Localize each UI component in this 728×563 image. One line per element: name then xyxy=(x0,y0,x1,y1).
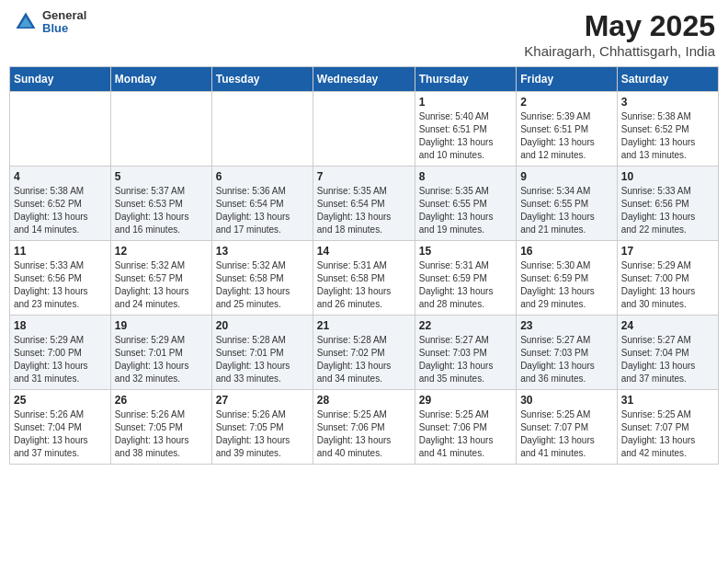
day-number: 28 xyxy=(317,394,411,407)
day-info: Sunrise: 5:33 AMSunset: 6:56 PMDaylight:… xyxy=(621,185,714,236)
calendar-cell: 9Sunrise: 5:34 AMSunset: 6:55 PMDaylight… xyxy=(517,167,618,241)
day-info: Sunrise: 5:29 AMSunset: 7:00 PMDaylight:… xyxy=(14,334,107,385)
calendar-cell xyxy=(110,92,211,167)
day-number: 21 xyxy=(317,319,411,332)
calendar-cell: 10Sunrise: 5:33 AMSunset: 6:56 PMDayligh… xyxy=(617,167,718,241)
day-number: 31 xyxy=(621,394,714,407)
calendar-cell: 20Sunrise: 5:28 AMSunset: 7:01 PMDayligh… xyxy=(211,316,313,390)
logo-blue-text: Blue xyxy=(42,22,86,35)
day-number: 9 xyxy=(520,170,613,183)
calendar-cell: 31Sunrise: 5:25 AMSunset: 7:07 PMDayligh… xyxy=(617,390,718,465)
calendar-week-2: 4Sunrise: 5:38 AMSunset: 6:52 PMDaylight… xyxy=(10,167,719,241)
day-info: Sunrise: 5:34 AMSunset: 6:55 PMDaylight:… xyxy=(520,185,613,236)
day-number: 12 xyxy=(115,245,208,258)
day-number: 6 xyxy=(216,170,309,183)
day-number: 5 xyxy=(115,170,208,183)
day-info: Sunrise: 5:25 AMSunset: 7:07 PMDaylight:… xyxy=(621,408,714,460)
weekday-header-thursday: Thursday xyxy=(415,67,516,92)
calendar-cell: 8Sunrise: 5:35 AMSunset: 6:55 PMDaylight… xyxy=(415,167,516,241)
day-number: 19 xyxy=(115,319,208,332)
day-info: Sunrise: 5:28 AMSunset: 7:02 PMDaylight:… xyxy=(317,334,411,385)
calendar-cell: 17Sunrise: 5:29 AMSunset: 7:00 PMDayligh… xyxy=(617,241,718,316)
day-number: 18 xyxy=(14,319,107,332)
calendar-cell: 5Sunrise: 5:37 AMSunset: 6:53 PMDaylight… xyxy=(110,167,211,241)
day-number: 22 xyxy=(419,319,512,332)
weekday-header-sunday: Sunday xyxy=(10,67,111,92)
day-number: 1 xyxy=(419,96,512,109)
weekday-header-wednesday: Wednesday xyxy=(313,67,415,92)
day-info: Sunrise: 5:32 AMSunset: 6:57 PMDaylight:… xyxy=(115,259,208,311)
day-number: 29 xyxy=(419,394,512,407)
calendar-week-4: 18Sunrise: 5:29 AMSunset: 7:00 PMDayligh… xyxy=(10,316,719,390)
calendar-cell: 12Sunrise: 5:32 AMSunset: 6:57 PMDayligh… xyxy=(110,241,211,316)
calendar-cell: 4Sunrise: 5:38 AMSunset: 6:52 PMDaylight… xyxy=(10,167,111,241)
calendar-cell: 14Sunrise: 5:31 AMSunset: 6:58 PMDayligh… xyxy=(313,241,415,316)
calendar-cell: 11Sunrise: 5:33 AMSunset: 6:56 PMDayligh… xyxy=(10,241,111,316)
day-number: 20 xyxy=(216,319,309,332)
calendar-title: May 2025 xyxy=(524,9,715,43)
day-info: Sunrise: 5:25 AMSunset: 7:06 PMDaylight:… xyxy=(419,408,512,460)
day-info: Sunrise: 5:28 AMSunset: 7:01 PMDaylight:… xyxy=(216,334,309,385)
weekday-header-friday: Friday xyxy=(517,67,618,92)
day-info: Sunrise: 5:29 AMSunset: 7:00 PMDaylight:… xyxy=(621,259,714,311)
calendar-body: 1Sunrise: 5:40 AMSunset: 6:51 PMDaylight… xyxy=(10,92,719,465)
page-header: General Blue May 2025 Khairagarh, Chhatt… xyxy=(9,9,719,59)
logo-general-text: General xyxy=(42,9,86,22)
day-info: Sunrise: 5:26 AMSunset: 7:05 PMDaylight:… xyxy=(115,408,208,460)
day-info: Sunrise: 5:33 AMSunset: 6:56 PMDaylight:… xyxy=(14,259,107,311)
calendar-cell: 7Sunrise: 5:35 AMSunset: 6:54 PMDaylight… xyxy=(313,167,415,241)
day-number: 30 xyxy=(520,394,613,407)
day-info: Sunrise: 5:27 AMSunset: 7:03 PMDaylight:… xyxy=(520,334,613,385)
calendar-cell xyxy=(313,92,415,167)
day-number: 10 xyxy=(621,170,714,183)
day-number: 11 xyxy=(14,245,107,258)
calendar-cell: 30Sunrise: 5:25 AMSunset: 7:07 PMDayligh… xyxy=(517,390,618,465)
weekday-header-row: SundayMondayTuesdayWednesdayThursdayFrid… xyxy=(10,67,719,92)
day-info: Sunrise: 5:31 AMSunset: 6:58 PMDaylight:… xyxy=(317,259,411,311)
day-number: 26 xyxy=(115,394,208,407)
calendar-cell: 6Sunrise: 5:36 AMSunset: 6:54 PMDaylight… xyxy=(211,167,313,241)
calendar-cell: 28Sunrise: 5:25 AMSunset: 7:06 PMDayligh… xyxy=(313,390,415,465)
day-number: 4 xyxy=(14,170,107,183)
weekday-header-saturday: Saturday xyxy=(617,67,718,92)
day-info: Sunrise: 5:39 AMSunset: 6:51 PMDaylight:… xyxy=(520,110,613,162)
day-number: 2 xyxy=(520,96,613,109)
calendar-cell: 26Sunrise: 5:26 AMSunset: 7:05 PMDayligh… xyxy=(110,390,211,465)
day-number: 16 xyxy=(520,245,613,258)
day-info: Sunrise: 5:25 AMSunset: 7:06 PMDaylight:… xyxy=(317,408,411,460)
calendar-week-3: 11Sunrise: 5:33 AMSunset: 6:56 PMDayligh… xyxy=(10,241,719,316)
day-info: Sunrise: 5:35 AMSunset: 6:55 PMDaylight:… xyxy=(419,185,512,236)
day-number: 15 xyxy=(419,245,512,258)
title-block: May 2025 Khairagarh, Chhattisgarh, India xyxy=(524,9,715,59)
day-info: Sunrise: 5:31 AMSunset: 6:59 PMDaylight:… xyxy=(419,259,512,311)
calendar-cell: 23Sunrise: 5:27 AMSunset: 7:03 PMDayligh… xyxy=(517,316,618,390)
calendar-location: Khairagarh, Chhattisgarh, India xyxy=(524,43,715,59)
day-info: Sunrise: 5:37 AMSunset: 6:53 PMDaylight:… xyxy=(115,185,208,236)
day-info: Sunrise: 5:38 AMSunset: 6:52 PMDaylight:… xyxy=(14,185,107,236)
day-info: Sunrise: 5:25 AMSunset: 7:07 PMDaylight:… xyxy=(520,408,613,460)
calendar-cell: 22Sunrise: 5:27 AMSunset: 7:03 PMDayligh… xyxy=(415,316,516,390)
calendar-week-1: 1Sunrise: 5:40 AMSunset: 6:51 PMDaylight… xyxy=(10,92,719,167)
day-info: Sunrise: 5:38 AMSunset: 6:52 PMDaylight:… xyxy=(621,110,714,162)
weekday-header-monday: Monday xyxy=(110,67,211,92)
weekday-header-tuesday: Tuesday xyxy=(211,67,313,92)
day-number: 3 xyxy=(621,96,714,109)
calendar-cell: 13Sunrise: 5:32 AMSunset: 6:58 PMDayligh… xyxy=(211,241,313,316)
calendar-header: SundayMondayTuesdayWednesdayThursdayFrid… xyxy=(10,67,719,92)
day-number: 8 xyxy=(419,170,512,183)
day-number: 23 xyxy=(520,319,613,332)
day-number: 7 xyxy=(317,170,411,183)
calendar-cell: 29Sunrise: 5:25 AMSunset: 7:06 PMDayligh… xyxy=(415,390,516,465)
day-info: Sunrise: 5:26 AMSunset: 7:05 PMDaylight:… xyxy=(216,408,309,460)
calendar-table: SundayMondayTuesdayWednesdayThursdayFrid… xyxy=(9,66,719,465)
calendar-cell: 15Sunrise: 5:31 AMSunset: 6:59 PMDayligh… xyxy=(415,241,516,316)
logo: General Blue xyxy=(13,9,86,36)
calendar-cell xyxy=(211,92,313,167)
day-number: 14 xyxy=(317,245,411,258)
calendar-cell: 18Sunrise: 5:29 AMSunset: 7:00 PMDayligh… xyxy=(10,316,111,390)
day-number: 13 xyxy=(216,245,309,258)
day-info: Sunrise: 5:32 AMSunset: 6:58 PMDaylight:… xyxy=(216,259,309,311)
calendar-cell: 21Sunrise: 5:28 AMSunset: 7:02 PMDayligh… xyxy=(313,316,415,390)
calendar-cell: 3Sunrise: 5:38 AMSunset: 6:52 PMDaylight… xyxy=(617,92,718,167)
day-number: 25 xyxy=(14,394,107,407)
